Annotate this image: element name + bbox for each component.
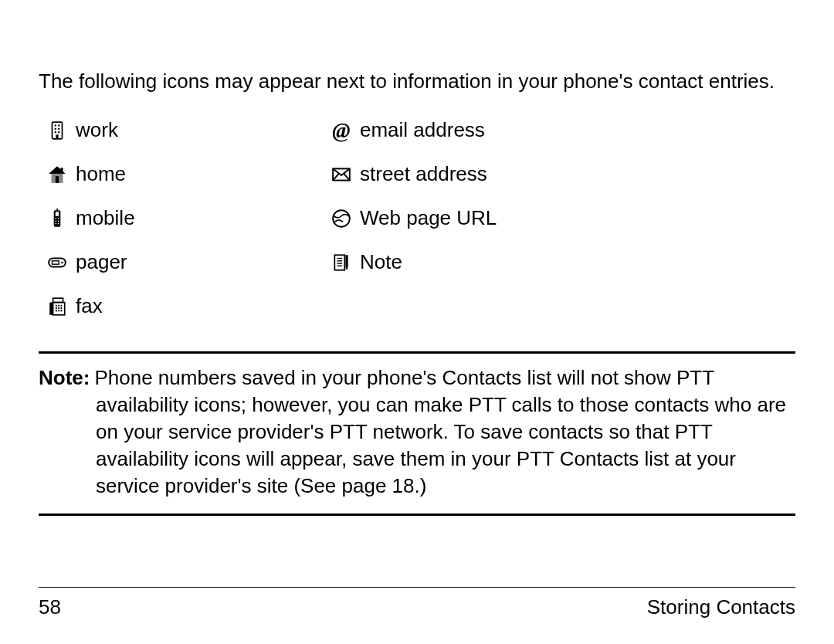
notepad-icon [323, 253, 360, 273]
svg-point-40 [58, 307, 59, 309]
intro-text: The following icons may appear next to i… [39, 68, 795, 95]
svg-rect-4 [58, 127, 59, 129]
svg-point-43 [58, 310, 59, 311]
house-icon [39, 164, 76, 185]
svg-rect-7 [56, 134, 58, 138]
page-number: 58 [39, 594, 61, 621]
globe-icon [323, 208, 360, 229]
svg-point-42 [56, 310, 57, 311]
pager-icon [39, 253, 76, 273]
svg-rect-3 [55, 127, 56, 129]
svg-point-41 [60, 307, 62, 309]
svg-point-18 [58, 220, 59, 222]
page-footer: 58 Storing Contacts [39, 587, 795, 621]
home-label: home [76, 161, 323, 188]
svg-point-44 [60, 310, 62, 311]
envelope-icon [323, 164, 360, 185]
svg-rect-14 [56, 212, 59, 215]
svg-point-39 [56, 307, 57, 309]
svg-point-17 [56, 220, 57, 222]
svg-point-38 [60, 305, 62, 307]
svg-rect-5 [55, 131, 56, 133]
icon-legend-grid: work @ email address home street address… [39, 117, 795, 320]
fax-label: fax [76, 293, 323, 320]
svg-rect-11 [60, 168, 63, 171]
note-heading: Note: [39, 364, 90, 391]
svg-point-25 [61, 262, 63, 264]
pager-label: pager [76, 249, 323, 276]
svg-rect-2 [58, 124, 59, 126]
email-label: email address [360, 117, 795, 144]
svg-point-22 [333, 210, 350, 227]
svg-point-19 [56, 222, 57, 224]
svg-point-16 [58, 218, 59, 219]
note-text-first-line: Phone numbers saved in your phone's Cont… [94, 364, 714, 391]
svg-rect-6 [58, 131, 59, 133]
svg-rect-1 [55, 124, 56, 126]
at-icon: @ [323, 120, 360, 141]
svg-rect-24 [53, 261, 59, 264]
svg-marker-32 [345, 267, 348, 269]
street-address-label: street address [360, 161, 795, 188]
svg-point-37 [58, 305, 59, 307]
svg-rect-31 [345, 255, 348, 267]
mobile-label: mobile [76, 205, 323, 232]
section-name: Storing Contacts [647, 594, 795, 621]
svg-rect-26 [334, 255, 344, 270]
fax-icon [39, 297, 76, 317]
note-label: Note [360, 249, 795, 276]
svg-rect-10 [56, 176, 59, 183]
svg-marker-8 [49, 166, 66, 174]
svg-point-20 [58, 222, 59, 224]
note-text-rest: availability icons; however, you can mak… [39, 391, 795, 500]
web-url-label: Web page URL [360, 205, 795, 232]
svg-point-15 [56, 218, 57, 219]
work-label: work [76, 117, 323, 144]
svg-point-36 [56, 305, 57, 307]
work-icon [39, 120, 76, 141]
note-block: Note: Phone numbers saved in your phone'… [39, 351, 795, 516]
mobile-icon [39, 208, 76, 229]
